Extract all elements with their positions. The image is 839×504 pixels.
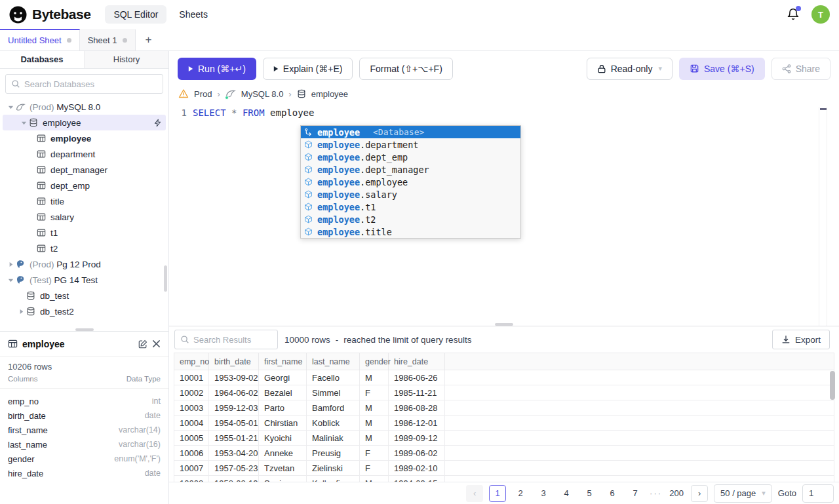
breadcrumb-database[interactable]: employee (311, 89, 348, 99)
bytebase-logo[interactable]: Bytebase (9, 6, 90, 24)
tree-item-employee[interactable]: employee (3, 115, 166, 130)
table-cell[interactable]: 1957-05-23 (209, 461, 259, 476)
page-1[interactable]: 1 (489, 485, 506, 502)
prev-page-button[interactable]: ‹ (466, 485, 483, 502)
table-cell[interactable]: 10001 (174, 370, 209, 385)
table-cell[interactable]: M (360, 370, 389, 385)
caret-right-icon[interactable] (5, 262, 16, 267)
table-cell[interactable]: 1989-06-02 (389, 446, 445, 461)
page-7[interactable]: 7 (627, 485, 644, 502)
page-size-select[interactable]: 50 / page▾ (714, 484, 772, 503)
panel-resize-handle[interactable] (75, 328, 94, 331)
tab-sheet-1[interactable]: Sheet 1 (80, 29, 136, 50)
search-databases-input[interactable] (24, 79, 157, 89)
tree-item-pg-12-prod[interactable]: (Prod) Pg 12 Prod (0, 256, 168, 272)
add-sheet-button[interactable]: + (136, 29, 162, 50)
table-cell[interactable]: 1985-11-21 (389, 385, 445, 400)
tree-item-t1[interactable]: t1 (0, 225, 168, 241)
tree-item-pg-14-test[interactable]: (Test) PG 14 Test (0, 272, 168, 288)
table-cell[interactable]: 10002 (174, 385, 209, 400)
suggest-item-employee-salary[interactable]: employee.salary (301, 188, 520, 201)
table-cell[interactable]: 1989-02-10 (389, 461, 445, 476)
edit-table-icon[interactable] (138, 339, 147, 349)
table-cell[interactable]: 1953-09-02 (209, 370, 259, 385)
caret-right-icon[interactable] (16, 309, 26, 315)
table-cell[interactable]: F (360, 461, 389, 476)
export-button[interactable]: Export (772, 330, 830, 349)
table-cell[interactable]: M (360, 416, 389, 431)
table-cell[interactable]: Bamford (307, 400, 360, 416)
editor-scrollbar[interactable] (819, 107, 827, 326)
table-cell[interactable]: 10003 (174, 400, 209, 416)
table-cell[interactable]: M (360, 400, 389, 416)
table-cell[interactable]: 1955-01-21 (209, 431, 259, 446)
page-2[interactable]: 2 (512, 485, 529, 502)
tab-close-dot[interactable] (123, 38, 127, 43)
table-cell[interactable]: Bezalel (259, 385, 307, 400)
table-cell[interactable]: F (360, 446, 389, 461)
tree-item-employee[interactable]: employee (0, 130, 168, 146)
breadcrumb-environment[interactable]: Prod (194, 89, 212, 99)
suggest-item-employee-dept-emp[interactable]: employee.dept_emp (301, 151, 520, 163)
table-cell[interactable]: Parto (259, 400, 307, 416)
results-search[interactable] (174, 330, 278, 349)
sql-editor[interactable]: 1 SELECT * FROM employee employee<Databa… (169, 107, 839, 331)
tree-item-db-test2[interactable]: db_test2 (0, 303, 168, 319)
nav-sheets[interactable]: Sheets (170, 5, 216, 24)
tree-item-salary[interactable]: salary (0, 209, 168, 225)
table-cell[interactable]: 10005 (174, 431, 209, 446)
share-button[interactable]: Share (771, 58, 830, 80)
readonly-mode-button[interactable]: Read-only ▾ (587, 58, 673, 80)
tree-item-t2[interactable]: t2 (0, 241, 168, 256)
explain-button[interactable]: Explain (⌘+E) (263, 58, 353, 80)
caret-down-icon[interactable] (5, 277, 16, 283)
caret-down-icon[interactable] (18, 120, 29, 126)
notification-bell-icon[interactable] (787, 8, 800, 21)
tree-item-dept-manager[interactable]: dept_manager (0, 162, 168, 178)
table-cell[interactable]: Chirstian (259, 416, 307, 431)
table-cell[interactable]: 10004 (174, 416, 209, 431)
suggest-item-employee-title[interactable]: employee.title (301, 225, 520, 238)
table-cell[interactable]: Kyoichi (259, 431, 307, 446)
caret-down-icon[interactable] (5, 104, 16, 110)
tree-item-db-test[interactable]: db_test (0, 288, 168, 303)
tab-history[interactable]: History (84, 51, 168, 68)
page-4[interactable]: 4 (558, 485, 575, 502)
nav-sql-editor[interactable]: SQL Editor (105, 5, 166, 24)
table-scrollbar-thumb[interactable] (830, 371, 835, 400)
tree-item-title[interactable]: title (0, 193, 168, 209)
page-6[interactable]: 6 (604, 485, 621, 502)
table-cell[interactable]: 1959-12-03 (209, 400, 259, 416)
table-cell[interactable]: 1986-12-01 (389, 416, 445, 431)
tree-item-mysql-8-0[interactable]: (Prod) MySQL 8.0 (0, 99, 168, 115)
run-button[interactable]: Run (⌘+↵) (178, 58, 256, 80)
tree-item-dept-emp[interactable]: dept_emp (0, 178, 168, 193)
breadcrumb-instance[interactable]: MySQL 8.0 (241, 89, 284, 99)
page-200[interactable]: 200 (668, 485, 685, 502)
table-cell[interactable]: F (360, 385, 389, 400)
table-cell[interactable]: Anneke (259, 446, 307, 461)
suggest-item-employee[interactable]: employee<Database> (301, 126, 520, 138)
table-cell[interactable]: Georgi (259, 370, 307, 385)
table-cell[interactable]: Maliniak (307, 431, 360, 446)
table-cell[interactable]: 10007 (174, 461, 209, 476)
table-cell[interactable]: 1964-06-02 (209, 385, 259, 400)
connect-bolt-icon[interactable] (153, 119, 162, 127)
search-results-input[interactable] (193, 335, 272, 345)
format-button[interactable]: Format (⇧+⌥+F) (359, 58, 452, 80)
table-cell[interactable]: M (360, 431, 389, 446)
tab-databases[interactable]: Databases (0, 51, 84, 68)
table-cell[interactable]: Preusig (307, 446, 360, 461)
close-panel-icon[interactable] (152, 339, 161, 348)
suggest-item-employee-employee[interactable]: employee.employee (301, 176, 520, 188)
table-cell[interactable]: 1954-05-01 (209, 416, 259, 431)
suggest-item-employee-department[interactable]: employee.department (301, 138, 520, 151)
table-cell[interactable]: Zielinski (307, 461, 360, 476)
results-resize-handle[interactable] (495, 323, 513, 326)
table-cell[interactable]: Simmel (307, 385, 360, 400)
table-cell[interactable]: Tzvetan (259, 461, 307, 476)
table-cell[interactable]: Facello (307, 370, 360, 385)
goto-page-input[interactable] (802, 484, 834, 503)
table-cell[interactable]: 1986-08-28 (389, 400, 445, 416)
page-ellipsis[interactable]: ··· (650, 488, 662, 498)
